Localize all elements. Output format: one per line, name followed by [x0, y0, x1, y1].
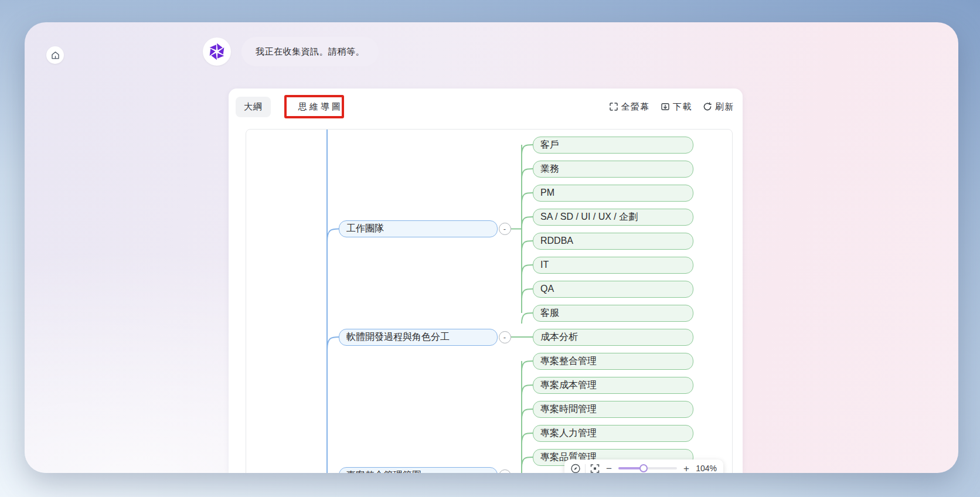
mindmap-child-node[interactable]: 專案人力管理 — [533, 425, 693, 442]
home-button[interactable] — [46, 46, 64, 64]
zoom-slider[interactable] — [618, 464, 677, 472]
mindmap-child-node[interactable]: QA — [533, 281, 693, 298]
mindmap-child-node[interactable]: 業務 — [533, 161, 693, 178]
refresh-icon — [703, 102, 712, 111]
mindmap-child-node[interactable]: 成本分析 — [533, 329, 693, 346]
mindmap-child-node[interactable]: 專案整合管理 — [533, 353, 693, 370]
mindmap-child-node[interactable]: PM — [533, 185, 693, 202]
assistant-logo-icon — [206, 41, 227, 62]
mindmap-child-node[interactable]: RDDBA — [533, 233, 693, 250]
viewer-panel: 大綱思維導圖 全螢幕下載刷新 工作團隊-客戶業務PMSA / SD / UI /… — [229, 88, 743, 473]
fullscreen-icon — [609, 102, 618, 111]
chat-bubble: 我正在收集資訊。請稍等。 — [241, 37, 379, 66]
mindmap-canvas[interactable]: 工作團隊-客戶業務PMSA / SD / UI / UX / 企劃RDDBAIT… — [246, 129, 733, 473]
slider-handle[interactable] — [639, 464, 648, 472]
tab-outline[interactable]: 大綱 — [236, 97, 271, 117]
mindmap-links — [246, 130, 733, 473]
download-button[interactable]: 下載 — [661, 101, 692, 113]
action-label: 全螢幕 — [621, 101, 651, 113]
toolbar-divider — [585, 464, 586, 473]
action-label: 刷新 — [715, 101, 734, 113]
viewer-actions: 全螢幕下載刷新 — [609, 101, 735, 113]
mindmap-child-node[interactable]: 客服 — [533, 305, 693, 322]
fullscreen-button[interactable]: 全螢幕 — [609, 101, 651, 113]
page-background: 我正在收集資訊。請稍等。 大綱思維導圖 全螢幕下載刷新 工作團隊-客戶業務PMS… — [0, 0, 980, 497]
mindmap-child-node[interactable]: IT — [533, 257, 693, 274]
zoom-toolbar: − + 104% — [564, 459, 723, 473]
fit-view-button[interactable] — [590, 464, 600, 473]
mindmap-branch-node[interactable]: 軟體開發過程與角色分工 — [339, 329, 498, 346]
zoom-out-button[interactable]: − — [604, 464, 614, 473]
assistant-avatar — [203, 38, 231, 66]
mindmap-branch-node[interactable]: 工作團隊 — [339, 220, 498, 237]
compass-button[interactable] — [571, 464, 580, 473]
home-icon — [50, 50, 60, 60]
mindmap-child-node[interactable]: 專案時間管理 — [533, 401, 693, 418]
collapse-button[interactable]: - — [499, 331, 511, 343]
zoom-level: 104% — [696, 464, 717, 473]
mindmap-child-node[interactable]: SA / SD / UI / UX / 企劃 — [533, 209, 693, 226]
tab-mindmap[interactable]: 思維導圖 — [290, 97, 351, 117]
mindmap-branch-node[interactable]: 專案整合管理範圍 — [339, 467, 498, 474]
zoom-in-button[interactable]: + — [682, 464, 691, 473]
app-card: 我正在收集資訊。請稍等。 大綱思維導圖 全螢幕下載刷新 工作團隊-客戶業務PMS… — [25, 22, 958, 473]
tab-bar: 大綱思維導圖 全螢幕下載刷新 — [229, 95, 743, 118]
download-icon — [661, 102, 670, 111]
collapse-button[interactable]: - — [499, 223, 511, 235]
chat-message: 我正在收集資訊。請稍等。 — [256, 46, 365, 57]
action-label: 下載 — [673, 101, 692, 113]
mindmap-child-node[interactable]: 客戶 — [533, 137, 693, 154]
mindmap-child-node[interactable]: 專案成本管理 — [533, 377, 693, 394]
refresh-button[interactable]: 刷新 — [703, 101, 734, 113]
